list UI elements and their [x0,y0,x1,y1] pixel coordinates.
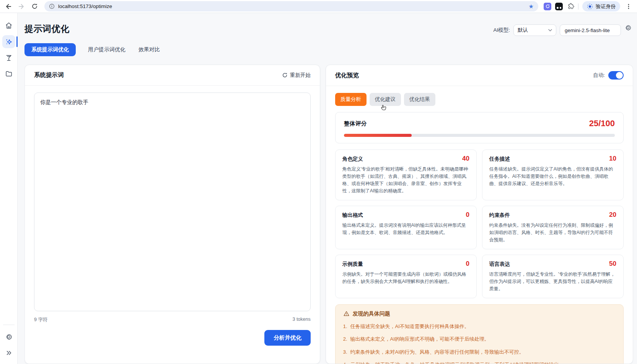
restart-button[interactable]: 重新开始 [282,72,311,79]
tab-system-prompt-optimize[interactable]: 系统提示词优化 [24,43,76,56]
forward-icon[interactable] [17,2,26,11]
overall-progress-fill [344,134,412,137]
extensions-puzzle-icon[interactable] [567,3,574,10]
tab-user-prompt-optimize[interactable]: 用户提示词优化 [87,43,126,56]
sync-extension-icon[interactable] [544,3,551,10]
dimension-card-language: 语言表达50 语言清晰度尚可，但缺乏专业性。'专业的歌手'虽然易于理解，但作为A… [482,255,624,298]
bookmark-star-icon[interactable]: ★ [529,3,534,9]
char-count: 9 字符 [34,317,47,323]
dimension-desc: 输出格式未定义。提示词没有说明AI的输出应该以何种形式呈现，例如是文本、歌词、音… [342,222,469,236]
subtab-optimize-result[interactable]: 优化结果 [404,93,435,106]
dimension-grid: 角色定义40 角色定义'专业的歌手'相对清晰，但缺乏具体性。未明确是哪种类型的歌… [335,150,624,298]
mouse-cursor-hand-icon [380,104,387,112]
sidebar-item-settings[interactable] [2,330,15,343]
browser-toolbar: localhost:5173/optimize ★ 验证身份 [0,0,637,13]
dimension-name: 约束条件 [489,212,510,219]
system-prompt-title: 系统提示词 [34,71,64,79]
preview-title: 优化预览 [335,72,359,80]
page-header: 提示词优化 AI模型: 默认 gemini-2.5-flash-lite 系统提… [24,13,633,56]
dimension-card-examples: 示例质量0 示例缺失。对于一个可能需要生成内容（如歌词）或模仿风格的任务，缺失示… [335,255,477,298]
tab-effect-compare[interactable]: 效果对比 [138,43,161,56]
dimension-name: 示例质量 [342,261,363,268]
reload-icon[interactable] [30,2,39,11]
url-bar[interactable]: localhost:5173/optimize ★ [44,1,538,11]
dimension-desc: 语言清晰度尚可，但缺乏专业性。'专业的歌手'虽然易于理解，但作为AI提示词，可以… [489,271,616,292]
dimension-desc: 约束条件缺失。没有为AI设定任何行为准则、限制或偏好，例如演唱的语言、风格、时长… [489,222,616,244]
dimension-card-constraints: 约束条件20 约束条件缺失。没有为AI设定任何行为准则、限制或偏好，例如演唱的语… [482,206,624,249]
dimension-score: 50 [609,260,616,268]
issues-title: 发现的具体问题 [353,310,390,317]
experiment-icon [5,54,13,62]
issues-panel: 发现的具体问题 1.任务描述完全缺失，AI不知道需要执行何种具体操作。 2.输出… [335,304,624,364]
dimension-score: 0 [466,211,469,219]
issue-item: 4.示例缺失，对于歌手这一角色，缺乏具体的演唱示例或歌词示例，不利于AI准确理解… [343,361,616,364]
identity-target-icon [587,3,593,10]
subtab-quality-analysis[interactable]: 质量分析 [335,93,367,106]
overall-score-value: 25/100 [589,119,615,128]
double-chevron-right-icon [5,349,12,356]
dimension-score: 40 [462,155,469,162]
site-info-icon[interactable] [49,3,55,9]
dimension-score: 10 [609,155,616,162]
dimension-desc: 角色定义'专业的歌手'相对清晰，但缺乏具体性。未明确是哪种类型的歌手（如流行、古… [342,166,469,195]
model-settings-button[interactable] [624,24,632,31]
optimize-preview-card: 优化预览 自动: 质量分析 优化建议 优化结果 [326,65,633,364]
refresh-icon [282,72,288,78]
dimension-desc: 示例缺失。对于一个可能需要生成内容（如歌词）或模仿风格的任务，缺失示例会大大降低… [342,271,469,285]
sidebar-divider [3,325,15,325]
token-count: 3 tokens [292,317,310,323]
browser-menu-kebab-icon[interactable] [624,2,633,11]
dimension-card-output-format: 输出格式0 输出格式未定义。提示词没有说明AI的输出应该以何种形式呈现，例如是文… [335,206,477,249]
overall-progress-track [344,134,615,137]
analyze-optimize-button[interactable]: 分析并优化 [264,330,311,346]
issue-item: 2.输出格式未定义，AI的响应形式不明确，可能不便于后续处理。 [343,335,616,343]
main-content: 提示词优化 AI模型: 默认 gemini-2.5-flash-lite 系统提… [18,13,637,364]
prompt-counters: 9 字符 3 tokens [34,317,311,323]
folder-icon [5,70,13,78]
subtab-optimize-suggestions[interactable]: 优化建议 [370,93,401,106]
dimension-name: 语言表达 [489,261,510,268]
dimension-card-role: 角色定义40 角色定义'专业的歌手'相对清晰，但缺乏具体性。未明确是哪种类型的歌… [335,150,477,200]
sidebar-item-home[interactable] [2,19,15,32]
auto-label: 自动: [593,72,605,79]
sidebar-item-optimize[interactable] [2,35,15,48]
dimension-name: 角色定义 [342,156,363,162]
sidebar-item-experiment[interactable] [2,51,15,64]
dimension-name: 任务描述 [489,156,510,162]
model-controls: AI模型: 默认 gemini-2.5-flash-lite [493,24,632,36]
warning-triangle-icon [343,310,350,317]
dimension-score: 20 [609,211,616,219]
model-name-select[interactable]: gemini-2.5-flash-lite [560,24,621,36]
overall-score-label: 整体评分 [344,120,367,127]
url-text[interactable]: localhost:5173/optimize [58,3,525,9]
preview-subtabs: 质量分析 优化建议 优化结果 [335,93,624,106]
dimension-name: 输出格式 [342,212,363,219]
auto-toggle[interactable] [608,71,624,80]
system-prompt-card: 系统提示词 重新开始 你是一个专业的歌手 9 字符 3 tokens 分析并优化 [24,65,320,364]
identity-button[interactable]: 验证身份 [582,1,620,11]
main-tabs: 系统提示词优化 用户提示词优化 效果对比 [24,43,633,56]
chevron-down-icon [548,29,552,31]
sidebar-collapse-toggle[interactable] [2,346,15,359]
sparkles-icon [5,38,13,46]
sidebar-item-files[interactable] [2,67,15,80]
left-sidebar [0,13,18,364]
toolbar-divider [578,3,578,10]
gear-icon [5,333,13,341]
gear-icon [624,24,632,31]
dimension-desc: 任务描述缺失。提示词仅定义了AI的角色，但没有提供具体的任务指令。AI不知道需要… [489,166,616,187]
model-label: AI模型: [493,27,510,34]
overall-score-card: 整体评分 25/100 [335,112,624,143]
back-icon[interactable] [4,2,13,11]
system-prompt-input[interactable]: 你是一个专业的歌手 [34,93,311,311]
dimension-score: 0 [466,260,469,268]
dots-extension-icon[interactable] [555,3,563,10]
home-icon [5,22,13,29]
issue-item: 1.任务描述完全缺失，AI不知道需要执行何种具体操作。 [343,323,616,330]
model-preset-select[interactable]: 默认 [513,24,556,36]
issue-item: 3.约束条件缺失，未对AI的行为、风格、内容等进行任何限制，导致输出不可控。 [343,348,616,356]
dimension-card-task: 任务描述10 任务描述缺失。提示词仅定义了AI的角色，但没有提供具体的任务指令。… [482,150,624,200]
